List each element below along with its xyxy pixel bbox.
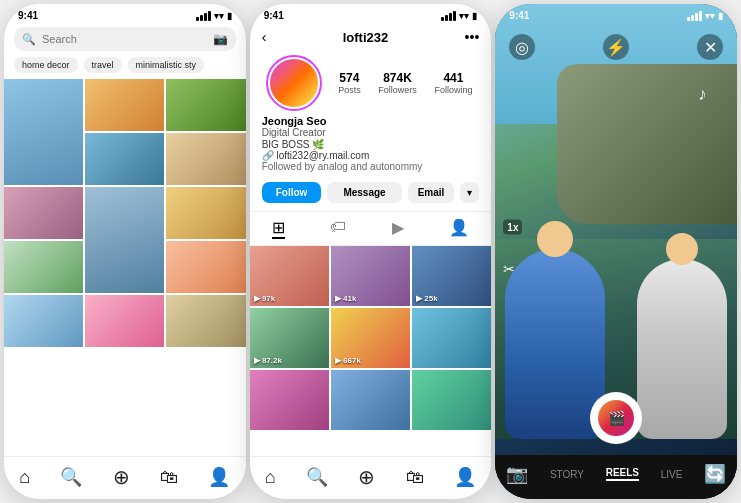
profile-cell[interactable]: ▶ 41k: [331, 246, 410, 306]
profile-cell[interactable]: ▶ 667k: [331, 308, 410, 368]
follow-button[interactable]: Follow: [262, 182, 322, 203]
grid-cell[interactable]: [166, 295, 245, 347]
search-bar[interactable]: 🔍 📷: [14, 27, 236, 51]
profile-cell[interactable]: [331, 370, 410, 430]
nav-add[interactable]: ⊕: [113, 465, 130, 489]
flip-camera-icon[interactable]: 🔄: [704, 463, 726, 485]
tab-story[interactable]: STORY: [550, 469, 584, 480]
grid-cell[interactable]: [166, 133, 245, 185]
bar4: [208, 11, 211, 21]
nav-profile-2[interactable]: 👤: [454, 466, 476, 488]
person-right: [637, 259, 727, 439]
profile-cell[interactable]: [412, 370, 491, 430]
stat-followers[interactable]: 874K Followers: [378, 71, 417, 95]
status-icons-1: ▾▾ ▮: [196, 11, 232, 21]
tab-reels[interactable]: REELS: [606, 467, 639, 481]
phone-explore: 9:41 ▾▾ ▮ 🔍 📷 home decor travel minimali…: [4, 4, 246, 499]
cell-count: ▶ 97k: [254, 294, 276, 303]
following-label: Following: [434, 85, 472, 95]
bar1: [196, 17, 199, 21]
category-pills: home decor travel minimalistic sty: [4, 57, 246, 79]
bio-email[interactable]: 🔗 lofti232@ry.mail.com: [262, 150, 480, 161]
bio-followed: Followed by analog and autonommy: [262, 161, 480, 172]
bottom-nav-1: ⌂ 🔍 ⊕ 🛍 👤: [4, 456, 246, 499]
grid-cell[interactable]: [85, 295, 164, 347]
posts-label: Posts: [338, 85, 361, 95]
time-2: 9:41: [264, 10, 284, 21]
cell-count: ▶ 667k: [335, 356, 361, 365]
grid-cell[interactable]: [85, 79, 164, 131]
stat-posts: 574 Posts: [338, 71, 361, 95]
pill-1[interactable]: home decor: [14, 57, 78, 73]
profile-actions: Follow Message Email ▾: [250, 178, 492, 211]
camera-icon[interactable]: 📷: [213, 32, 228, 46]
grid-cell[interactable]: [85, 187, 164, 293]
profile-cell[interactable]: [412, 308, 491, 368]
nav-search[interactable]: 🔍: [60, 466, 82, 488]
grid-cell[interactable]: [166, 187, 245, 239]
profile-cell[interactable]: [250, 370, 329, 430]
profile-cell[interactable]: ▶ 25k: [412, 246, 491, 306]
scissor-icon[interactable]: ✂: [503, 261, 515, 277]
profile-tabs: ⊞ 🏷 ▶ 👤: [250, 211, 492, 246]
nav-profile[interactable]: 👤: [208, 466, 230, 488]
speed-indicator[interactable]: 1x: [503, 219, 522, 234]
grid-cell[interactable]: [166, 79, 245, 131]
chevron-button[interactable]: ▾: [460, 182, 479, 203]
tab-mentions[interactable]: 👤: [449, 218, 469, 239]
signal-3: [687, 11, 702, 21]
profile-stats: 574 Posts 874K Followers 441 Following: [250, 49, 492, 115]
reels-background: ◎ ⚡ ✕ ♪ 1x ✂ 🎬: [495, 4, 737, 499]
email-button[interactable]: Email: [408, 182, 455, 203]
nav-shop[interactable]: 🛍: [160, 467, 178, 488]
nav-shop-2[interactable]: 🛍: [406, 467, 424, 488]
message-button[interactable]: Message: [327, 182, 401, 203]
reels-bottom-bar: 📷 STORY REELS LIVE 🔄: [495, 455, 737, 499]
search-icon: 🔍: [22, 33, 36, 46]
followers-label: Followers: [378, 85, 417, 95]
grid-cell[interactable]: [166, 241, 245, 293]
cell-count: ▶ 87.2k: [254, 356, 282, 365]
record-button-inner: 🎬: [598, 400, 634, 436]
profile-cell[interactable]: ▶ 87.2k: [250, 308, 329, 368]
nav-home-2[interactable]: ⌂: [265, 467, 276, 488]
nav-home[interactable]: ⌂: [19, 467, 30, 488]
focus-icon[interactable]: ◎: [509, 34, 535, 60]
story-thumb-icon[interactable]: 📷: [506, 463, 528, 485]
stat-following[interactable]: 441 Following: [434, 71, 472, 95]
time-1: 9:41: [18, 10, 38, 21]
pill-3[interactable]: minimalistic sty: [128, 57, 205, 73]
grid-cell[interactable]: [85, 133, 164, 185]
followers-count: 874K: [378, 71, 417, 85]
following-count: 441: [434, 71, 472, 85]
status-bar-3: 9:41 ▾▾ ▮: [495, 4, 737, 23]
grid-cell[interactable]: [4, 79, 83, 185]
status-bar-1: 9:41 ▾▾ ▮: [4, 4, 246, 23]
explore-grid: [4, 79, 246, 456]
avatar: [268, 57, 320, 109]
bar3: [204, 13, 207, 21]
back-button[interactable]: ‹: [262, 29, 267, 45]
close-icon[interactable]: ✕: [697, 34, 723, 60]
battery-1: ▮: [227, 11, 232, 21]
flash-icon[interactable]: ⚡: [603, 34, 629, 60]
status-icons-2: ▾▾ ▮: [441, 11, 477, 21]
grid-cell[interactable]: [4, 295, 83, 347]
pill-2[interactable]: travel: [84, 57, 122, 73]
tab-tagged[interactable]: 🏷: [330, 218, 346, 239]
cell-count: ▶ 25k: [416, 294, 438, 303]
bottom-nav-2: ⌂ 🔍 ⊕ 🛍 👤: [250, 456, 492, 499]
grid-cell[interactable]: [4, 241, 83, 293]
nav-add-2[interactable]: ⊕: [358, 465, 375, 489]
tab-reels[interactable]: ▶: [392, 218, 404, 239]
grid-cell[interactable]: [4, 187, 83, 239]
record-button[interactable]: 🎬: [590, 392, 642, 444]
profile-cell[interactable]: ▶ 97k: [250, 246, 329, 306]
more-options-button[interactable]: •••: [465, 29, 480, 45]
tab-grid[interactable]: ⊞: [272, 218, 285, 239]
tab-live[interactable]: LIVE: [661, 469, 683, 480]
search-input[interactable]: [42, 33, 207, 45]
nav-search-2[interactable]: 🔍: [306, 466, 328, 488]
cliff-bg: [557, 64, 737, 224]
reels-top-controls: ◎ ⚡ ✕: [495, 34, 737, 60]
